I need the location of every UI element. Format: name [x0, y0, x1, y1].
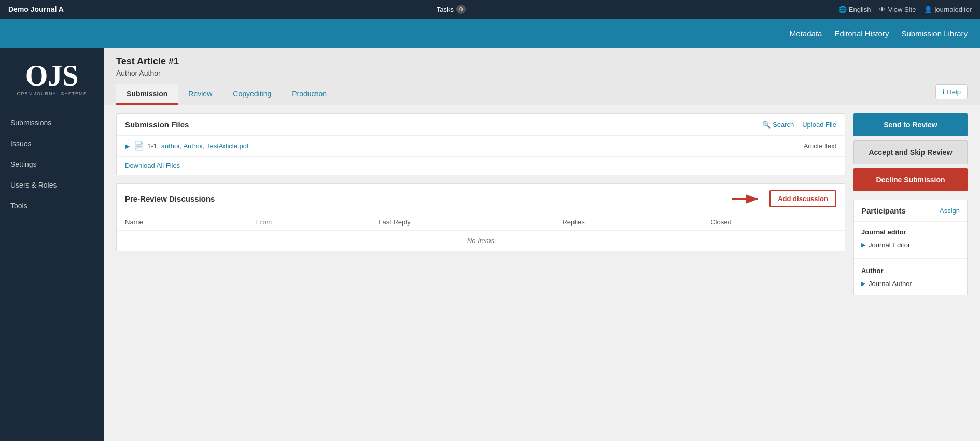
file-number: 1-1: [147, 142, 157, 150]
assign-link[interactable]: Assign: [940, 207, 960, 215]
tasks-count: 0: [456, 5, 466, 14]
download-all-link[interactable]: Download All Files: [125, 162, 836, 169]
tab-copyediting[interactable]: Copyediting: [222, 84, 282, 105]
main-content: Test Article #1 Author Author Submission…: [104, 48, 980, 441]
file-type: Article Text: [804, 142, 836, 150]
journal-editor-expand-icon[interactable]: ▶: [861, 241, 865, 248]
col-replies: Replies: [554, 214, 702, 231]
no-items-text: No Items: [117, 231, 845, 251]
submission-library-link[interactable]: Submission Library: [901, 29, 968, 38]
layout: OJS OPEN JOURNAL SYSTEMS Submissions Iss…: [0, 48, 980, 441]
col-closed: Closed: [702, 214, 845, 231]
article-title: Test Article #1: [116, 56, 968, 67]
file-row: ▶ 📄 1-1 author, Author, TestArticle.pdf …: [117, 136, 845, 157]
participants-card: Participants Assign Journal editor ▶ Jou…: [853, 200, 968, 295]
journal-editor-group-label: Journal editor: [861, 226, 960, 238]
top-bar: Demo Journal A Tasks 0 🌐 English 👁 View …: [0, 0, 980, 19]
help-button[interactable]: ℹ Help: [935, 84, 968, 99]
main-panel: Submission Files 🔍 Search Upload File ▶: [116, 113, 845, 295]
language-label: English: [849, 6, 871, 13]
ojs-logo-letters: OJS: [5, 61, 99, 90]
journal-author-expand-icon[interactable]: ▶: [861, 280, 865, 287]
eye-icon: 👁: [879, 6, 886, 13]
article-author: Author Author: [116, 69, 968, 77]
journal-editor-participant: ▶ Journal Editor: [861, 238, 960, 252]
top-bar-right: 🌐 English 👁 View Site 👤 journaleditor: [838, 6, 972, 13]
col-name: Name: [117, 214, 248, 231]
table-row-no-items: No Items: [117, 231, 845, 251]
journal-author-name: Journal Author: [869, 280, 912, 288]
tabs-wrapper: Submission Review Copyediting Production…: [116, 84, 968, 105]
discussions-actions: Add discussion: [732, 190, 836, 207]
sidebar-item-submissions[interactable]: Submissions: [0, 112, 104, 133]
sidebar-logo: OJS OPEN JOURNAL SYSTEMS: [0, 53, 104, 107]
user-icon: 👤: [924, 6, 932, 13]
tab-production[interactable]: Production: [282, 84, 337, 105]
sidebar-item-issues[interactable]: Issues: [0, 133, 104, 154]
help-label: Help: [947, 88, 961, 96]
decline-submission-button[interactable]: Decline Submission: [853, 168, 968, 191]
search-icon: 🔍: [762, 121, 771, 129]
sub-header: Metadata Editorial History Submission Li…: [0, 19, 980, 48]
submission-files-actions: 🔍 Search Upload File: [762, 121, 836, 129]
language-switcher[interactable]: 🌐 English: [838, 6, 871, 13]
submission-files-header: Submission Files 🔍 Search Upload File: [117, 114, 845, 136]
username-label: journaleditor: [934, 6, 972, 13]
search-label: Search: [773, 121, 794, 129]
tabs-bar: Submission Review Copyediting Production: [116, 84, 968, 105]
download-all-section: Download All Files: [117, 157, 845, 175]
article-header: Test Article #1 Author Author Submission…: [104, 48, 980, 105]
participants-header: Participants Assign: [854, 200, 967, 222]
tab-review[interactable]: Review: [178, 84, 222, 105]
view-site-link[interactable]: 👁 View Site: [879, 6, 916, 13]
pre-review-discussions-card: Pre-Review Discussions: [116, 183, 845, 251]
submission-files-title: Submission Files: [125, 120, 189, 129]
globe-icon: 🌐: [838, 6, 847, 13]
discussions-header: Pre-Review Discussions: [117, 184, 845, 214]
journal-editor-group: Journal editor ▶ Journal Editor: [854, 222, 967, 256]
file-expand-button[interactable]: ▶: [125, 143, 130, 150]
journal-editor-name: Journal Editor: [869, 241, 910, 249]
accept-and-skip-review-button[interactable]: Accept and Skip Review: [853, 140, 968, 164]
arrow-annotation-svg: [732, 192, 763, 206]
tasks-label: Tasks: [437, 6, 454, 13]
upload-file-link[interactable]: Upload File: [802, 121, 836, 129]
sidebar-item-users-roles[interactable]: Users & Roles: [0, 175, 104, 195]
metadata-link[interactable]: Metadata: [790, 29, 822, 38]
author-group-label: Author: [861, 265, 960, 277]
ojs-logo-subtitle: OPEN JOURNAL SYSTEMS: [5, 91, 99, 96]
view-site-label: View Site: [888, 6, 916, 13]
tasks-badge: Tasks 0: [437, 5, 466, 14]
col-from: From: [248, 214, 370, 231]
sidebar-item-settings[interactable]: Settings: [0, 154, 104, 175]
content-area: Submission Files 🔍 Search Upload File ▶: [104, 105, 980, 304]
send-to-review-button[interactable]: Send to Review: [853, 113, 968, 136]
submission-files-card: Submission Files 🔍 Search Upload File ▶: [116, 113, 845, 175]
file-link[interactable]: author, Author, TestArticle.pdf: [161, 142, 249, 150]
user-account-link[interactable]: 👤 journaleditor: [924, 6, 972, 13]
add-discussion-button[interactable]: Add discussion: [769, 190, 836, 207]
info-circle-icon: ℹ: [942, 88, 945, 96]
journal-author-participant: ▶ Journal Author: [861, 277, 960, 291]
col-last-reply: Last Reply: [370, 214, 554, 231]
tab-submission[interactable]: Submission: [116, 84, 178, 105]
pdf-file-icon: 📄: [134, 141, 144, 151]
group-divider: [854, 258, 967, 259]
sidebar-item-tools[interactable]: Tools: [0, 195, 104, 216]
author-group: Author ▶ Journal Author: [854, 261, 967, 295]
sidebar-nav: Submissions Issues Settings Users & Role…: [0, 112, 104, 216]
discussions-table: Name From Last Reply Replies Closed No I…: [117, 214, 845, 251]
search-link[interactable]: 🔍 Search: [762, 121, 794, 129]
discussions-title: Pre-Review Discussions: [125, 194, 215, 203]
sidebar: OJS OPEN JOURNAL SYSTEMS Submissions Iss…: [0, 48, 104, 441]
right-panel: Send to Review Accept and Skip Review De…: [853, 113, 968, 295]
journal-name: Demo Journal A: [8, 5, 64, 13]
participants-title: Participants: [861, 206, 906, 215]
editorial-history-link[interactable]: Editorial History: [834, 29, 889, 38]
